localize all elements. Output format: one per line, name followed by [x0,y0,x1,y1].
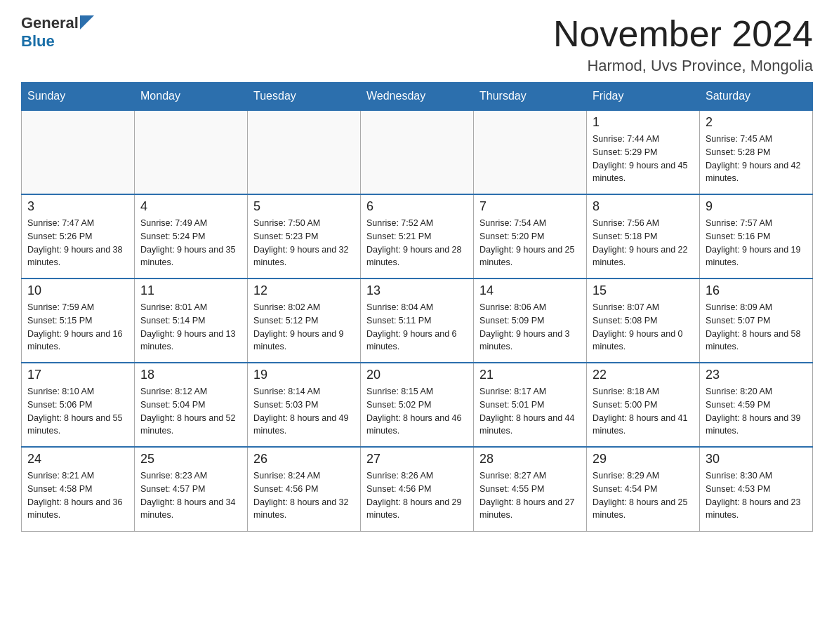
day-info: Sunrise: 7:52 AM Sunset: 5:21 PM Dayligh… [366,217,468,269]
day-info: Sunrise: 8:26 AM Sunset: 4:56 PM Dayligh… [366,469,468,522]
calendar-cell: 24Sunrise: 8:21 AM Sunset: 4:58 PM Dayli… [22,447,135,531]
day-number: 20 [366,368,468,382]
calendar-cell: 3Sunrise: 7:47 AM Sunset: 5:26 PM Daylig… [22,194,135,279]
calendar-cell: 6Sunrise: 7:52 AM Sunset: 5:21 PM Daylig… [361,194,474,279]
day-number: 13 [366,283,468,298]
logo-blue-text: Blue [21,32,55,50]
day-number: 26 [253,452,355,467]
day-info: Sunrise: 8:06 AM Sunset: 5:09 PM Dayligh… [479,301,581,354]
day-info: Sunrise: 7:49 AM Sunset: 5:24 PM Dayligh… [140,217,241,269]
day-info: Sunrise: 8:01 AM Sunset: 5:14 PM Dayligh… [140,301,241,354]
day-number: 9 [706,199,807,214]
day-info: Sunrise: 8:07 AM Sunset: 5:08 PM Dayligh… [593,301,694,354]
day-info: Sunrise: 8:18 AM Sunset: 5:00 PM Dayligh… [593,385,694,438]
calendar-header-tuesday: Tuesday [248,83,361,111]
day-number: 2 [706,115,807,130]
day-info: Sunrise: 8:30 AM Sunset: 4:53 PM Dayligh… [706,469,807,522]
calendar-cell: 4Sunrise: 7:49 AM Sunset: 5:24 PM Daylig… [135,194,248,279]
calendar-cell: 23Sunrise: 8:20 AM Sunset: 4:59 PM Dayli… [700,363,813,447]
logo-triangle-icon [80,15,94,29]
calendar-cell: 18Sunrise: 8:12 AM Sunset: 5:04 PM Dayli… [135,363,248,447]
day-number: 28 [479,452,581,467]
calendar-cell: 27Sunrise: 8:26 AM Sunset: 4:56 PM Dayli… [361,447,474,531]
day-number: 25 [140,452,241,467]
calendar-cell: 25Sunrise: 8:23 AM Sunset: 4:57 PM Dayli… [135,447,248,531]
day-info: Sunrise: 8:02 AM Sunset: 5:12 PM Dayligh… [253,301,355,354]
logo: General Blue [21,14,94,51]
day-number: 11 [140,283,241,298]
calendar-cell: 26Sunrise: 8:24 AM Sunset: 4:56 PM Dayli… [248,447,361,531]
day-info: Sunrise: 8:04 AM Sunset: 5:11 PM Dayligh… [366,301,468,354]
calendar-cell: 22Sunrise: 8:18 AM Sunset: 5:00 PM Dayli… [587,363,700,447]
day-number: 12 [253,283,355,298]
calendar-header-friday: Friday [587,83,700,111]
calendar: SundayMondayTuesdayWednesdayThursdayFrid… [21,82,813,532]
day-info: Sunrise: 8:23 AM Sunset: 4:57 PM Dayligh… [140,469,241,522]
day-number: 3 [27,199,128,214]
calendar-header-row: SundayMondayTuesdayWednesdayThursdayFrid… [22,83,813,111]
calendar-cell: 16Sunrise: 8:09 AM Sunset: 5:07 PM Dayli… [700,279,813,363]
calendar-header-saturday: Saturday [700,83,813,111]
day-number: 8 [593,199,694,214]
day-number: 7 [479,199,581,214]
day-info: Sunrise: 7:45 AM Sunset: 5:28 PM Dayligh… [706,133,807,185]
day-info: Sunrise: 8:27 AM Sunset: 4:55 PM Dayligh… [479,469,581,522]
day-number: 1 [593,115,694,130]
calendar-cell: 12Sunrise: 8:02 AM Sunset: 5:12 PM Dayli… [248,279,361,363]
calendar-cell: 20Sunrise: 8:15 AM Sunset: 5:02 PM Dayli… [361,363,474,447]
day-number: 29 [593,452,694,467]
day-number: 17 [27,368,128,382]
day-number: 24 [27,452,128,467]
day-info: Sunrise: 8:29 AM Sunset: 4:54 PM Dayligh… [593,469,694,522]
day-info: Sunrise: 8:14 AM Sunset: 5:03 PM Dayligh… [253,385,355,438]
calendar-cell: 11Sunrise: 8:01 AM Sunset: 5:14 PM Dayli… [135,279,248,363]
month-title: November 2024 [553,14,813,54]
day-info: Sunrise: 7:54 AM Sunset: 5:20 PM Dayligh… [479,217,581,269]
header: General Blue November 2024 Harmod, Uvs P… [21,14,813,75]
calendar-cell [248,110,361,194]
day-info: Sunrise: 8:12 AM Sunset: 5:04 PM Dayligh… [140,385,241,438]
day-number: 5 [253,199,355,214]
day-info: Sunrise: 7:57 AM Sunset: 5:16 PM Dayligh… [706,217,807,269]
calendar-cell: 2Sunrise: 7:45 AM Sunset: 5:28 PM Daylig… [700,110,813,194]
day-info: Sunrise: 7:47 AM Sunset: 5:26 PM Dayligh… [27,217,128,269]
day-number: 10 [27,283,128,298]
day-info: Sunrise: 8:17 AM Sunset: 5:01 PM Dayligh… [479,385,581,438]
calendar-cell: 9Sunrise: 7:57 AM Sunset: 5:16 PM Daylig… [700,194,813,279]
calendar-cell [474,110,587,194]
title-area: November 2024 Harmod, Uvs Province, Mong… [553,14,813,75]
calendar-cell: 7Sunrise: 7:54 AM Sunset: 5:20 PM Daylig… [474,194,587,279]
day-number: 19 [253,368,355,382]
calendar-header-monday: Monday [135,83,248,111]
logo-general-text: General [21,14,79,32]
calendar-cell: 5Sunrise: 7:50 AM Sunset: 5:23 PM Daylig… [248,194,361,279]
day-info: Sunrise: 7:44 AM Sunset: 5:29 PM Dayligh… [593,133,694,185]
calendar-cell: 19Sunrise: 8:14 AM Sunset: 5:03 PM Dayli… [248,363,361,447]
day-info: Sunrise: 8:10 AM Sunset: 5:06 PM Dayligh… [27,385,128,438]
week-row-3: 10Sunrise: 7:59 AM Sunset: 5:15 PM Dayli… [22,279,813,363]
week-row-4: 17Sunrise: 8:10 AM Sunset: 5:06 PM Dayli… [22,363,813,447]
calendar-cell: 30Sunrise: 8:30 AM Sunset: 4:53 PM Dayli… [700,447,813,531]
calendar-cell: 29Sunrise: 8:29 AM Sunset: 4:54 PM Dayli… [587,447,700,531]
day-number: 22 [593,368,694,382]
day-number: 27 [366,452,468,467]
day-number: 30 [706,452,807,467]
day-number: 16 [706,283,807,298]
calendar-cell: 10Sunrise: 7:59 AM Sunset: 5:15 PM Dayli… [22,279,135,363]
day-info: Sunrise: 7:50 AM Sunset: 5:23 PM Dayligh… [253,217,355,269]
day-number: 15 [593,283,694,298]
svg-marker-0 [80,15,94,29]
day-info: Sunrise: 8:20 AM Sunset: 4:59 PM Dayligh… [706,385,807,438]
calendar-header-thursday: Thursday [474,83,587,111]
day-number: 23 [706,368,807,382]
calendar-cell: 15Sunrise: 8:07 AM Sunset: 5:08 PM Dayli… [587,279,700,363]
calendar-cell [361,110,474,194]
day-number: 6 [366,199,468,214]
calendar-header-sunday: Sunday [22,83,135,111]
day-info: Sunrise: 7:59 AM Sunset: 5:15 PM Dayligh… [27,301,128,354]
day-info: Sunrise: 7:56 AM Sunset: 5:18 PM Dayligh… [593,217,694,269]
day-number: 21 [479,368,581,382]
calendar-header-wednesday: Wednesday [361,83,474,111]
calendar-cell: 13Sunrise: 8:04 AM Sunset: 5:11 PM Dayli… [361,279,474,363]
calendar-cell: 21Sunrise: 8:17 AM Sunset: 5:01 PM Dayli… [474,363,587,447]
